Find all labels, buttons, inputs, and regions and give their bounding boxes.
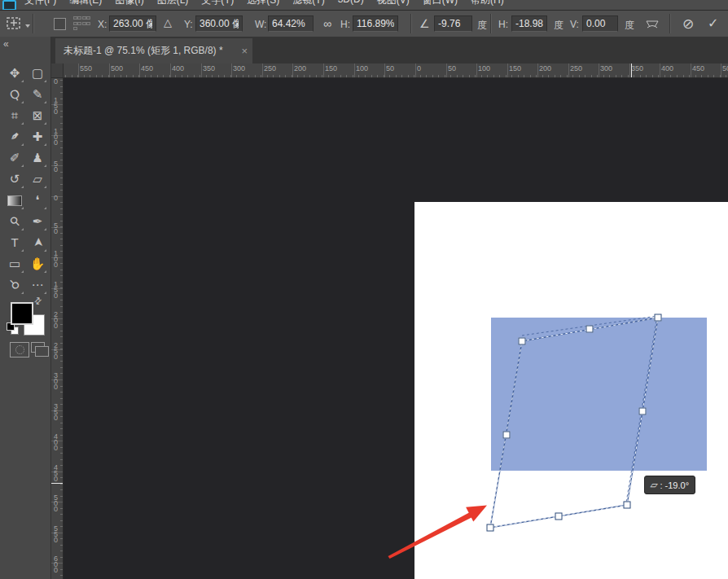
transform-handle[interactable]	[586, 326, 594, 333]
ruler-label: 1 0 0	[54, 251, 58, 268]
menu-item[interactable]: 编辑(E)	[69, 0, 102, 7]
ruler-label: 450	[692, 64, 704, 72]
transform-handle[interactable]	[624, 502, 631, 509]
horizontal-ruler[interactable]: 5505004504003503002502001501005005010015…	[64, 64, 728, 78]
zoom-tool[interactable]: ⚲	[5, 275, 24, 295]
ruler-tick	[438, 75, 439, 77]
pen-tool[interactable]: ✒	[28, 212, 47, 231]
commit-icon[interactable]: ✓	[708, 15, 718, 31]
clone-stamp-tool[interactable]: ♟	[28, 148, 47, 168]
ruler-tick	[60, 270, 63, 270]
delta-icon[interactable]: △	[164, 17, 172, 29]
healing-tool[interactable]: ✚	[28, 127, 47, 147]
ruler-major-tick	[568, 64, 569, 77]
ruler-tick	[524, 75, 524, 77]
lasso-tool[interactable]: Ϙ	[5, 85, 24, 104]
transform-handle[interactable]	[487, 524, 494, 532]
ruler-corner[interactable]	[51, 64, 64, 78]
menu-item[interactable]: 选择(S)	[247, 0, 279, 7]
reference-point-checkbox[interactable]	[54, 18, 66, 30]
eyedropper-tool[interactable]: ✒	[5, 127, 24, 147]
transform-handle[interactable]	[503, 432, 511, 439]
v-skew-input[interactable]	[582, 15, 618, 32]
quick-mask-icon[interactable]	[10, 342, 29, 357]
ruler-tick	[236, 75, 237, 77]
ruler-tick	[634, 75, 634, 77]
menu-item[interactable]: 3D(D)	[338, 0, 364, 7]
hand-tool[interactable]: ✋	[28, 254, 47, 274]
preset-dropdown-arrow[interactable]	[25, 24, 30, 28]
ruler-tick	[60, 141, 63, 142]
more-tool[interactable]: ⋯	[28, 275, 47, 295]
ruler-tick	[463, 75, 463, 77]
ruler-tick	[60, 477, 63, 478]
document-tab[interactable]: 未标题-1 @ 75.1% (矩形 1, RGB/8) * ×	[55, 38, 252, 64]
ruler-tick	[60, 99, 63, 99]
eraser-tool[interactable]: ▱	[28, 169, 47, 189]
foreground-color-swatch[interactable]	[11, 302, 33, 325]
ruler-label: 50	[386, 64, 394, 72]
warp-mode-icon[interactable]	[644, 16, 660, 34]
ruler-tick	[616, 75, 616, 77]
hand-icon: ✋	[28, 254, 47, 273]
menu-item[interactable]: 图像(I)	[115, 0, 143, 7]
menu-item[interactable]: 文字(Y)	[201, 0, 234, 7]
vertical-ruler[interactable]: 2 0 01 5 01 0 05 005 01 0 01 5 02 0 02 5…	[51, 78, 64, 579]
path-select-tool[interactable]: ➤	[28, 233, 47, 252]
healing-icon: ✚	[28, 127, 47, 146]
quick-select-tool[interactable]: ✎	[28, 85, 47, 104]
ruler-major-tick	[599, 64, 599, 77]
cancel-icon[interactable]: ⊘	[682, 15, 694, 33]
transform-handle[interactable]	[639, 408, 647, 415]
frame-tool[interactable]: ⊠	[28, 106, 47, 125]
menu-item[interactable]: 窗口(W)	[423, 0, 458, 7]
menu-item[interactable]: 视图(V)	[377, 0, 410, 7]
y-input[interactable]	[195, 15, 243, 32]
menu-item[interactable]: 滤镜(T)	[292, 0, 324, 7]
ruler-tick	[603, 75, 604, 77]
ruler-label: 200	[294, 64, 306, 72]
menu-item[interactable]: 文件(F)	[24, 0, 56, 7]
ruler-major-tick	[384, 64, 385, 77]
ruler-tick	[414, 75, 414, 77]
app-icon[interactable]	[2, 0, 16, 11]
h-skew-input[interactable]	[511, 15, 547, 32]
menu-item[interactable]: 图层(L)	[157, 0, 189, 7]
menu-item[interactable]: 帮助(H)	[471, 0, 504, 7]
ruler-tick	[60, 386, 63, 387]
h-scale-input[interactable]	[353, 15, 398, 32]
w-input[interactable]	[268, 15, 314, 32]
move-tool[interactable]: ✥	[5, 64, 24, 83]
ruler-major-tick	[78, 64, 79, 77]
marquee-tool[interactable]: ▢	[28, 64, 47, 83]
ruler-label: 5 0 0	[54, 495, 58, 512]
link-dimensions-icon[interactable]: ∞	[323, 18, 331, 29]
options-bar: X: △ Y: W: ∞ H: ∠ 度 H: 度 V: 度 ⊘ ✓	[0, 11, 728, 37]
separator	[490, 14, 491, 33]
x-input[interactable]	[109, 15, 156, 32]
ruler-label: 150	[509, 64, 521, 72]
blur-tool[interactable]: ❛	[28, 191, 47, 210]
transform-handle[interactable]	[519, 338, 526, 345]
reference-point-grid-icon[interactable]	[73, 16, 90, 30]
type-tool[interactable]: T	[5, 233, 24, 252]
angle-icon: ∠	[419, 18, 430, 29]
tab-close-icon[interactable]: ×	[241, 38, 248, 64]
transform-handle[interactable]	[555, 513, 563, 520]
ruler-tick	[60, 147, 63, 148]
brush-tool[interactable]: ✐	[5, 148, 24, 168]
collapse-panel-icon[interactable]: «	[3, 38, 9, 50]
ruler-tick	[646, 75, 647, 77]
dodge-tool[interactable]: ⚲	[5, 212, 24, 231]
ruler-tick	[60, 178, 63, 178]
ruler-label: 450	[141, 64, 153, 72]
screen-mode-icon[interactable]	[31, 342, 45, 353]
photoshop-window: 文件(F)编辑(E)图像(I)图层(L)文字(Y)选择(S)滤镜(T)3D(D)…	[0, 0, 728, 579]
transform-handle[interactable]	[655, 314, 662, 322]
transform-tool-preset-icon[interactable]	[5, 15, 24, 36]
rotate-input[interactable]	[434, 15, 472, 32]
swap-colors-icon[interactable]: ⇄	[32, 295, 45, 308]
ruler-tick	[60, 373, 63, 374]
ruler-tick	[60, 465, 63, 466]
history-brush-tool[interactable]: ↺	[5, 169, 24, 189]
